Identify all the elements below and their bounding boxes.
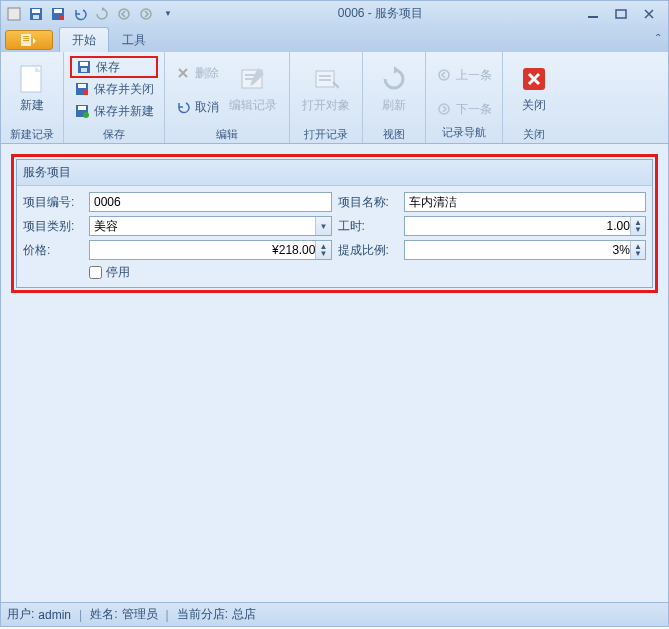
title-bar: ▼ 0006 - 服务项目 xyxy=(0,0,669,26)
svg-rect-0 xyxy=(8,8,20,20)
project-name-field[interactable] xyxy=(409,195,642,209)
save-new-label: 保存并新建 xyxy=(94,103,154,120)
edit-record-button[interactable]: 编辑记录 xyxy=(223,56,283,122)
label-project-id: 项目编号: xyxy=(23,194,83,211)
disabled-checkbox[interactable] xyxy=(89,266,102,279)
commission-field[interactable] xyxy=(409,243,630,257)
new-label: 新建 xyxy=(20,97,44,114)
svg-rect-6 xyxy=(59,15,64,20)
save-icon xyxy=(76,59,92,75)
group-edit: 删除 取消 编辑记录 编辑 xyxy=(165,52,290,143)
status-name-value: 管理员 xyxy=(122,606,158,623)
group-nav: 上一条 下一条 记录导航 xyxy=(426,52,503,143)
form-highlight: 服务项目 项目编号: 项目名称: 项目类别: ▼ 工时: ▲▼ 价格: xyxy=(11,154,658,293)
save-button[interactable]: 保存 xyxy=(70,56,158,78)
svg-rect-21 xyxy=(83,90,88,95)
input-price[interactable]: ▲▼ xyxy=(89,240,332,260)
group-close-label: 关闭 xyxy=(503,126,565,143)
tab-tools[interactable]: 工具 xyxy=(109,27,159,52)
svg-point-8 xyxy=(141,9,151,19)
application-button[interactable] xyxy=(5,30,53,50)
input-project-name[interactable] xyxy=(404,192,647,212)
svg-point-32 xyxy=(439,104,449,114)
group-nav-label: 记录导航 xyxy=(426,124,502,141)
qat-save-icon[interactable] xyxy=(27,5,45,23)
input-project-id[interactable] xyxy=(89,192,332,212)
group-open-label: 打开记录 xyxy=(290,126,362,143)
save-close-button[interactable]: 保存并关闭 xyxy=(70,78,158,100)
input-work-hours[interactable]: ▲▼ xyxy=(404,216,647,236)
qat-next-icon[interactable] xyxy=(137,5,155,23)
group-view-label: 视图 xyxy=(363,126,425,143)
close-record-button[interactable]: 关闭 xyxy=(509,56,559,122)
close-button[interactable] xyxy=(640,6,658,22)
svg-rect-29 xyxy=(319,75,331,77)
panel-title: 服务项目 xyxy=(17,160,652,186)
svg-rect-3 xyxy=(33,15,39,19)
ribbon-tabstrip: 开始 工具 ⌃ xyxy=(0,26,669,52)
edit-icon xyxy=(239,65,267,93)
delete-button[interactable]: 删除 xyxy=(171,62,223,84)
input-project-type[interactable]: ▼ xyxy=(89,216,332,236)
price-field[interactable] xyxy=(94,243,315,257)
next-label: 下一条 xyxy=(456,101,492,118)
label-commission: 提成比例: xyxy=(338,242,398,259)
svg-rect-10 xyxy=(616,10,626,18)
qat-save-close-icon[interactable] xyxy=(49,5,67,23)
svg-rect-14 xyxy=(23,40,29,41)
ribbon-expand-icon[interactable]: ⌃ xyxy=(654,32,662,43)
commission-spinner[interactable]: ▲▼ xyxy=(630,241,645,259)
svg-rect-23 xyxy=(78,106,86,110)
prev-icon xyxy=(436,67,452,83)
input-commission[interactable]: ▲▼ xyxy=(404,240,647,260)
prev-button[interactable]: 上一条 xyxy=(432,64,496,86)
price-spinner[interactable]: ▲▼ xyxy=(315,241,330,259)
tab-start[interactable]: 开始 xyxy=(59,27,109,52)
group-view: 刷新 视图 xyxy=(363,52,426,143)
label-project-type: 项目类别: xyxy=(23,218,83,235)
form-grid: 项目编号: 项目名称: 项目类别: ▼ 工时: ▲▼ 价格: ▲▼ xyxy=(17,186,652,287)
svg-rect-20 xyxy=(78,84,86,88)
refresh-icon xyxy=(380,65,408,93)
new-icon xyxy=(18,65,46,93)
edit-record-label: 编辑记录 xyxy=(229,97,277,114)
next-button[interactable]: 下一条 xyxy=(432,98,496,120)
ribbon: 新建 新建记录 保存 保存并关闭 保存并新建 保存 xyxy=(0,52,669,144)
project-type-dropdown-icon[interactable]: ▼ xyxy=(315,217,330,235)
svg-rect-18 xyxy=(81,68,87,72)
maximize-button[interactable] xyxy=(612,6,630,22)
group-new-record: 新建 新建记录 xyxy=(1,52,64,143)
disabled-label: 停用 xyxy=(106,264,130,281)
work-hours-field[interactable] xyxy=(409,219,630,233)
save-close-icon xyxy=(74,81,90,97)
svg-rect-9 xyxy=(588,16,598,18)
group-save-label: 保存 xyxy=(64,126,164,143)
project-type-field[interactable] xyxy=(94,219,315,233)
minimize-button[interactable] xyxy=(584,6,602,22)
svg-point-31 xyxy=(439,70,449,80)
svg-point-7 xyxy=(119,9,129,19)
open-object-label: 打开对象 xyxy=(302,97,350,114)
save-new-button[interactable]: 保存并新建 xyxy=(70,100,158,122)
next-icon xyxy=(436,101,452,117)
qat-undo-icon[interactable] xyxy=(71,5,89,23)
project-id-field[interactable] xyxy=(94,195,327,209)
new-button[interactable]: 新建 xyxy=(7,56,57,122)
group-edit-label: 编辑 xyxy=(165,126,289,143)
qat-dropdown-icon[interactable]: ▼ xyxy=(159,5,177,23)
svg-rect-30 xyxy=(319,79,331,81)
work-hours-spinner[interactable]: ▲▼ xyxy=(630,217,645,235)
qat-refresh-icon[interactable] xyxy=(93,5,111,23)
open-object-button[interactable]: 打开对象 xyxy=(296,56,356,122)
qat-prev-icon[interactable] xyxy=(115,5,133,23)
status-name-label: 姓名: xyxy=(90,606,117,623)
close-label: 关闭 xyxy=(522,97,546,114)
svg-rect-2 xyxy=(32,9,40,13)
refresh-button[interactable]: 刷新 xyxy=(369,56,419,122)
app-menu-icon[interactable] xyxy=(5,5,23,23)
svg-rect-13 xyxy=(23,38,29,39)
status-sep: | xyxy=(166,608,169,622)
cancel-button[interactable]: 取消 xyxy=(171,96,223,118)
save-close-label: 保存并关闭 xyxy=(94,81,154,98)
close-icon xyxy=(520,65,548,93)
